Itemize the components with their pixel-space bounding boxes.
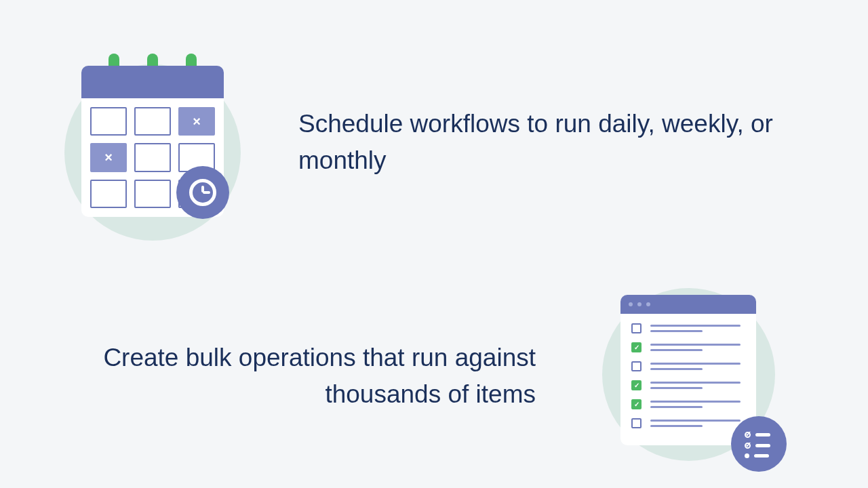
checkbox-checked: ✓ — [631, 342, 642, 352]
calendar-cell-marked: × — [178, 107, 215, 136]
checkbox-checked: ✓ — [631, 380, 642, 390]
feature-bulk: Create bulk operations that run against … — [61, 285, 807, 468]
calendar-cell — [90, 180, 127, 208]
list-item — [631, 323, 745, 333]
calendar-illustration: × × — [61, 51, 244, 234]
checklist-body: ✓ ✓ ✓ — [620, 314, 756, 438]
calendar-header — [81, 66, 224, 98]
feature-schedule: × × Schedule workflows to run daily, wee… — [61, 51, 807, 234]
list-item — [631, 361, 745, 371]
calendar-cell — [134, 180, 171, 208]
calendar-cell-marked: × — [90, 143, 127, 171]
calendar-cell — [134, 143, 171, 171]
calendar-icon: × × — [81, 58, 224, 214]
feature-bulk-text: Create bulk operations that run against … — [61, 340, 536, 412]
checkbox-checked: ✓ — [631, 399, 642, 409]
checkbox-unchecked — [631, 361, 642, 371]
calendar-cell — [134, 107, 171, 136]
feature-schedule-text: Schedule workflows to run daily, weekly,… — [298, 106, 773, 178]
checklist-illustration: ✓ ✓ ✓ — [597, 285, 780, 468]
calendar-cell — [90, 107, 127, 136]
list-item: ✓ — [631, 342, 745, 352]
browser-titlebar — [620, 295, 756, 314]
checkbox-unchecked — [631, 418, 642, 428]
list-item: ✓ — [631, 399, 745, 409]
tasks-icon — [731, 416, 787, 472]
browser-window-icon: ✓ ✓ ✓ — [620, 295, 756, 445]
list-item: ✓ — [631, 380, 745, 390]
clock-icon — [176, 166, 229, 219]
checkbox-unchecked — [631, 323, 642, 333]
list-item — [631, 418, 745, 428]
